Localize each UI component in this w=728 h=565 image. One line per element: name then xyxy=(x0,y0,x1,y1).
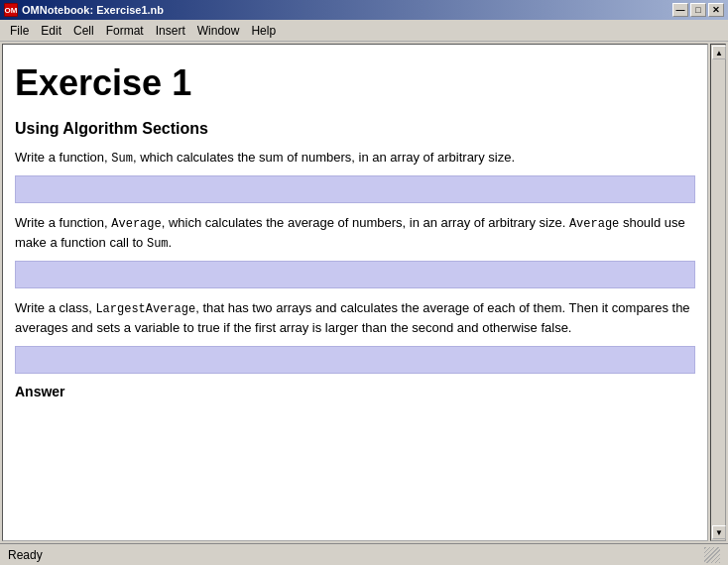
minimize-button[interactable]: — xyxy=(672,3,688,17)
notebook-area[interactable]: Exercise 1 Using Algorithm Sections Writ… xyxy=(2,44,708,541)
paragraph-2-text: Write a function, Average, which calcula… xyxy=(15,215,685,250)
title-bar-text: OMNotebook: Exercise1.nb xyxy=(22,4,672,16)
resize-grip xyxy=(704,547,720,563)
paragraph-2: Write a function, Average, which calcula… xyxy=(15,213,695,253)
menu-help[interactable]: Help xyxy=(245,22,282,40)
code-average-1: Average xyxy=(111,217,161,231)
menu-cell[interactable]: Cell xyxy=(67,22,100,40)
main-area: Exercise 1 Using Algorithm Sections Writ… xyxy=(0,42,728,543)
status-text: Ready xyxy=(8,548,704,562)
code-cell-3[interactable] xyxy=(15,346,695,374)
menu-edit[interactable]: Edit xyxy=(35,22,67,40)
section-title: Using Algorithm Sections xyxy=(15,120,695,138)
menu-format[interactable]: Format xyxy=(100,22,150,40)
code-cell-2[interactable] xyxy=(15,261,695,288)
exercise-title: Exercise 1 xyxy=(15,62,695,104)
title-bar: OM OMNotebook: Exercise1.nb — □ ✕ xyxy=(0,0,728,20)
code-average-2: Average xyxy=(569,217,619,231)
maximize-button[interactable]: □ xyxy=(690,3,706,17)
title-bar-controls: — □ ✕ xyxy=(672,3,724,17)
paragraph-1: Write a function, Sum, which calculates … xyxy=(15,148,695,168)
code-largestaverage: LargestAverage xyxy=(95,302,195,316)
scroll-up-button[interactable]: ▲ xyxy=(712,46,726,59)
scroll-down-button[interactable]: ▼ xyxy=(712,525,726,539)
code-sum-2: Sum xyxy=(147,237,169,251)
menu-file[interactable]: File xyxy=(4,22,35,40)
close-button[interactable]: ✕ xyxy=(708,3,724,17)
app-icon: OM xyxy=(4,3,18,17)
paragraph-1-text: Write a function, Sum, which calculates … xyxy=(15,150,515,165)
menu-insert[interactable]: Insert xyxy=(150,22,191,40)
code-sum-1: Sum xyxy=(111,152,133,166)
vertical-scrollbar[interactable]: ▲ ▼ xyxy=(710,44,726,541)
answer-title: Answer xyxy=(15,384,695,399)
menu-bar: File Edit Cell Format Insert Window Help xyxy=(0,20,728,42)
paragraph-3-text: Write a class, LargestAverage, that has … xyxy=(15,300,690,335)
menu-window[interactable]: Window xyxy=(191,22,246,40)
status-bar: Ready xyxy=(0,543,728,565)
app-icon-text: OM xyxy=(5,6,18,15)
code-cell-1[interactable] xyxy=(15,175,695,203)
paragraph-3: Write a class, LargestAverage, that has … xyxy=(15,298,695,338)
